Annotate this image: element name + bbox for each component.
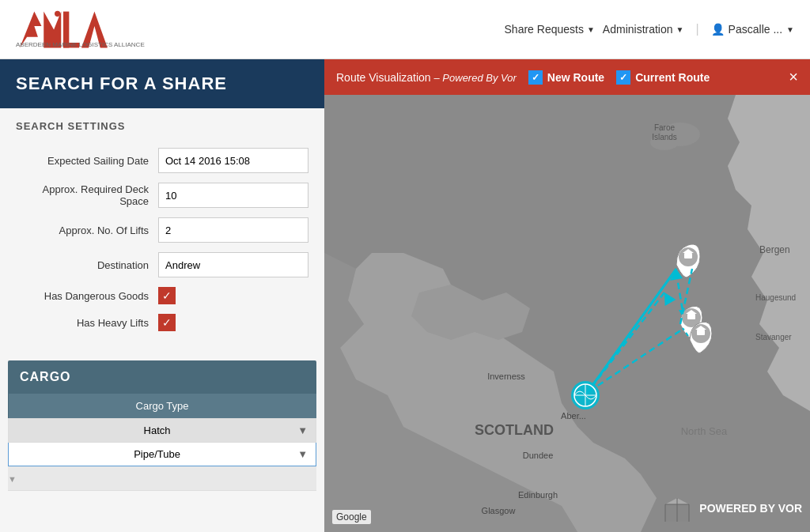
- google-brand: Google: [332, 510, 371, 524]
- search-title: SEARCH FOR A SHARE: [16, 74, 227, 93]
- cargo-section: CARGO Cargo Type Hatch ▼Pipe/Tube ▼ ▼: [8, 360, 316, 491]
- logo-area: ABERDEEN MARINE LOGISTICS ALLIANCE: [16, 8, 111, 51]
- svg-rect-39: [697, 330, 705, 335]
- new-route-label: New Route: [547, 71, 604, 84]
- svg-text:Stavanger: Stavanger: [755, 333, 792, 341]
- administration-caret: ▼: [676, 25, 684, 34]
- cargo-type-label: Pipe/Tube: [134, 448, 180, 460]
- svg-text:Islands: Islands: [652, 133, 677, 141]
- new-route-check-icon: ✓: [532, 72, 539, 83]
- lifts-label: Approx. No. Of Lifts: [16, 224, 158, 236]
- cargo-dropdown-caret: ▼: [297, 448, 308, 460]
- expected-sailing-date-input[interactable]: [158, 148, 308, 173]
- vor-brand-text: POWERED BY VOR: [699, 502, 802, 515]
- heavy-lifts-row: Has Heavy Lifts ✓: [16, 314, 308, 331]
- vor-logo-icon: [661, 492, 693, 524]
- administration-nav[interactable]: Administration ▼: [603, 23, 684, 36]
- cargo-type-cell: Hatch ▼: [9, 419, 316, 443]
- destination-row: Destination: [16, 252, 308, 277]
- nav-divider: |: [695, 22, 698, 36]
- new-route-group: ✓ New Route: [528, 70, 604, 85]
- dangerous-goods-label: Has Dangerous Goods: [16, 290, 158, 302]
- share-requests-label: Share Requests: [505, 23, 584, 36]
- logo-subtitle: ABERDEEN MARINE LOGISTICS ALLIANCE: [16, 41, 145, 48]
- map-toolbar: Route Visualization – Powered By Vor ✓ N…: [324, 59, 810, 95]
- svg-rect-33: [684, 253, 692, 258]
- cargo-header: CARGO: [8, 360, 316, 394]
- deck-space-row: Approx. Required Deck Space: [16, 183, 308, 208]
- dangerous-goods-row: Has Dangerous Goods ✓: [16, 287, 308, 304]
- svg-text:Edinburgh: Edinburgh: [518, 490, 558, 500]
- current-route-checkbox[interactable]: ✓: [616, 70, 630, 85]
- map-panel: Route Visualization – Powered By Vor ✓ N…: [324, 59, 810, 532]
- cargo-empty-row: ▼: [8, 466, 316, 490]
- svg-text:North Sea: North Sea: [681, 425, 728, 437]
- left-panel: SEARCH FOR A SHARE SEARCH SETTINGS Expec…: [0, 59, 324, 532]
- cargo-table-row[interactable]: Hatch ▼: [9, 419, 316, 443]
- new-route-checkbox[interactable]: ✓: [528, 70, 543, 85]
- current-route-check-icon: ✓: [619, 72, 627, 83]
- heavy-lifts-checkbox[interactable]: ✓: [158, 314, 176, 331]
- cargo-table-body: Hatch ▼Pipe/Tube ▼: [9, 419, 316, 466]
- map-close-button[interactable]: ×: [789, 68, 798, 86]
- map-svg: SCOTLAND North Sea Inverness Aber... Dun…: [324, 95, 810, 532]
- settings-section-title: SEARCH SETTINGS: [16, 120, 308, 136]
- cargo-dropdown-caret: ▼: [297, 424, 308, 436]
- search-header: SEARCH FOR A SHARE: [0, 59, 324, 108]
- destination-input[interactable]: [158, 252, 308, 277]
- svg-rect-36: [687, 314, 695, 319]
- destination-label: Destination: [16, 259, 158, 271]
- user-menu[interactable]: 👤 Pascalle ... ▼: [711, 23, 794, 36]
- svg-point-5: [55, 10, 60, 16]
- svg-text:SCOTLAND: SCOTLAND: [475, 422, 554, 438]
- map-content: SCOTLAND North Sea Inverness Aber... Dun…: [324, 95, 810, 532]
- cargo-type-cell: Pipe/Tube ▼: [9, 443, 316, 466]
- svg-text:Glasgow: Glasgow: [482, 506, 516, 515]
- svg-text:Inverness: Inverness: [487, 372, 525, 381]
- svg-text:Faroe: Faroe: [654, 123, 676, 132]
- svg-text:Dundee: Dundee: [523, 451, 554, 460]
- deck-space-input[interactable]: [158, 183, 308, 208]
- dangerous-goods-checkbox[interactable]: ✓: [158, 287, 176, 304]
- cargo-table-row[interactable]: Pipe/Tube ▼: [9, 443, 316, 466]
- lifts-row: Approx. No. Of Lifts: [16, 217, 308, 243]
- user-icon: 👤: [711, 23, 725, 36]
- route-visualization-label: Route Visualization: [336, 71, 431, 84]
- vor-brand: POWERED BY VOR: [661, 492, 802, 524]
- user-caret: ▼: [786, 25, 794, 34]
- header: ABERDEEN MARINE LOGISTICS ALLIANCE Share…: [0, 0, 810, 59]
- share-requests-nav[interactable]: Share Requests ▼: [505, 23, 595, 36]
- cargo-table: Cargo Type Hatch ▼Pipe/Tube ▼: [8, 394, 316, 466]
- current-route-group: ✓ Current Route: [616, 70, 710, 85]
- cargo-type-header: Cargo Type: [9, 394, 316, 419]
- heavy-lifts-label: Has Heavy Lifts: [16, 317, 158, 329]
- search-settings-section: SEARCH SETTINGS Expected Sailing Date Ap…: [0, 108, 324, 353]
- deck-space-label: Approx. Required Deck Space: [16, 183, 158, 207]
- svg-text:Aber...: Aber...: [561, 411, 586, 421]
- expected-sailing-date-label: Expected Sailing Date: [16, 155, 158, 167]
- administration-label: Administration: [603, 23, 673, 36]
- current-route-label: Current Route: [635, 71, 710, 84]
- map-toolbar-title: Route Visualization – Powered By Vor: [336, 71, 517, 84]
- user-label: Pascalle ...: [729, 23, 782, 36]
- expected-sailing-date-row: Expected Sailing Date: [16, 148, 308, 173]
- cargo-type-label: Hatch: [144, 424, 171, 436]
- svg-text:Bergen: Bergen: [759, 244, 790, 255]
- powered-by-label: – Powered By Vor: [434, 72, 517, 84]
- share-requests-caret: ▼: [587, 25, 595, 34]
- nav-links: Share Requests ▼ Administration ▼ | 👤 Pa…: [505, 22, 794, 36]
- svg-text:Haugesund: Haugesund: [755, 293, 796, 302]
- lifts-input[interactable]: [158, 217, 308, 243]
